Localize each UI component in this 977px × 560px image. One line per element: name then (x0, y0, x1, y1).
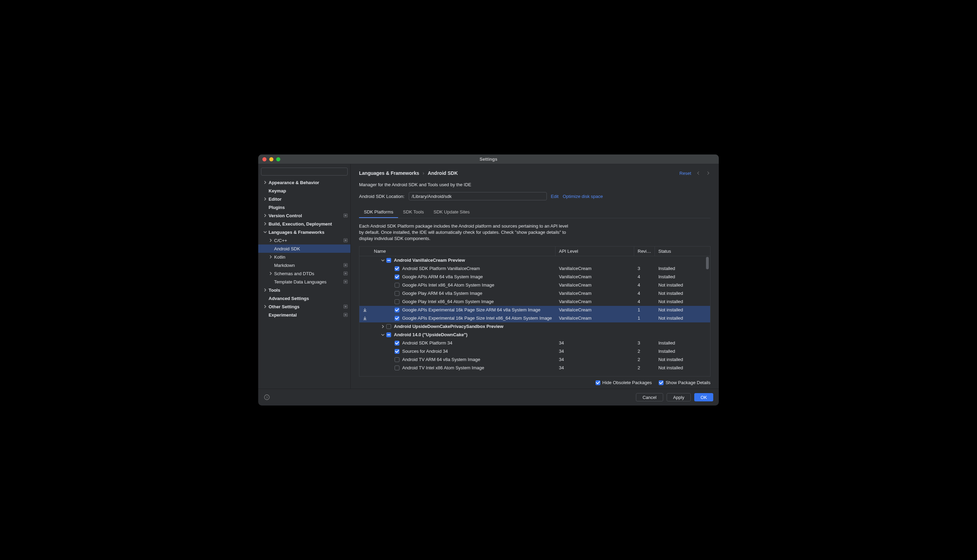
row-api-level: VanillaIceCream (555, 307, 634, 312)
sidebar-item[interactable]: Advanced Settings (258, 294, 350, 302)
row-status: Not installed (655, 282, 710, 288)
header-name[interactable]: Name (370, 247, 555, 256)
edit-link[interactable]: Edit (551, 194, 559, 199)
row-name: Android TV ARM 64 v8a System Image (402, 357, 480, 362)
search-input[interactable] (261, 168, 348, 175)
row-checkbox[interactable] (395, 341, 400, 345)
hide-obsolete-checkbox[interactable]: Hide Obsolete Packages (596, 380, 652, 385)
sidebar-item[interactable]: Tools (258, 286, 350, 294)
sidebar-item[interactable]: Schemas and DTDs (258, 269, 350, 278)
table-row[interactable]: Android UpsideDownCakePrivacySandbox Pre… (360, 322, 710, 331)
row-revision: 4 (634, 274, 655, 279)
nav-forward-icon[interactable] (706, 171, 711, 175)
chevron-down-icon[interactable] (381, 333, 385, 337)
row-checkbox[interactable] (395, 266, 400, 271)
sidebar-item[interactable]: Editor (258, 195, 350, 203)
sidebar-item-label: Experimental (269, 312, 343, 318)
chevron-right-icon (269, 255, 273, 259)
sidebar-item[interactable]: Kotlin (258, 253, 350, 261)
window-body: Appearance & BehaviorKeymapEditorPlugins… (258, 164, 719, 388)
sidebar-item[interactable]: Experimental (258, 311, 350, 319)
chevron-down-icon (263, 230, 267, 234)
close-icon[interactable] (263, 157, 266, 162)
sidebar-item-label: Other Settings (269, 304, 343, 309)
row-checkbox[interactable] (395, 299, 400, 304)
header-revision[interactable]: Revi… (634, 247, 655, 256)
row-status: Not installed (655, 365, 710, 370)
sidebar-item[interactable]: Languages & Frameworks (258, 228, 350, 236)
settings-tree[interactable]: Appearance & BehaviorKeymapEditorPlugins… (258, 178, 350, 388)
row-checkbox[interactable] (386, 258, 391, 263)
table-row[interactable]: Google Play Intel x86_64 Atom System Ima… (360, 298, 710, 306)
row-checkbox[interactable] (386, 324, 391, 329)
table-row[interactable]: Android SDK Platform VanillaIceCreamVani… (360, 265, 710, 273)
table-row[interactable]: Android TV ARM 64 v8a System Image342Not… (360, 355, 710, 364)
sidebar-item[interactable]: Markdown (258, 261, 350, 269)
sidebar-item-label: Build, Execution, Deployment (269, 222, 348, 227)
table-row[interactable]: Google Play ARM 64 v8a System ImageVanil… (360, 289, 710, 298)
zoom-icon[interactable] (276, 157, 280, 162)
row-checkbox[interactable] (386, 332, 391, 337)
tab[interactable]: SDK Tools (398, 207, 428, 218)
table-row[interactable]: Google APIs Intel x86_64 Atom System Ima… (360, 281, 710, 289)
row-status: Not installed (655, 357, 710, 362)
row-checkbox[interactable] (395, 365, 400, 370)
apply-button[interactable]: Apply (667, 393, 691, 402)
chevron-right-icon (263, 180, 267, 185)
tab[interactable]: SDK Update Sites (429, 207, 475, 218)
table-row[interactable]: Android 14.0 ("UpsideDownCake") (360, 331, 710, 339)
table-row[interactable]: Google APIs ARM 64 v8a System ImageVanil… (360, 273, 710, 281)
optimize-link[interactable]: Optimize disk space (563, 194, 603, 199)
table-row[interactable]: Android TV Intel x86 Atom System Image34… (360, 364, 710, 372)
minimize-icon[interactable] (269, 157, 273, 162)
sidebar-item[interactable]: Android SDK (258, 245, 350, 253)
row-name: Android 14.0 ("UpsideDownCake") (394, 332, 467, 337)
row-name: Google APIs Intel x86_64 Atom System Ima… (402, 282, 494, 288)
ok-button[interactable]: OK (694, 393, 713, 402)
row-checkbox[interactable] (395, 275, 400, 279)
sdk-location-field[interactable]: /Library/Android/sdk (409, 192, 547, 200)
tab[interactable]: SDK Platforms (359, 207, 398, 218)
row-revision: 2 (634, 348, 655, 354)
scrollbar[interactable] (705, 257, 709, 375)
sidebar-item[interactable]: Appearance & Behavior (258, 178, 350, 187)
scrollbar-thumb[interactable] (706, 257, 709, 269)
row-checkbox[interactable] (395, 308, 400, 312)
table-row[interactable]: Sources for Android 34342Installed (360, 347, 710, 355)
sidebar-item[interactable]: Template Data Languages (258, 278, 350, 286)
row-checkbox[interactable] (395, 283, 400, 288)
cancel-button[interactable]: Cancel (636, 393, 663, 402)
sidebar-item[interactable]: Plugins (258, 203, 350, 212)
table-row[interactable]: Google APIs Experimental 16k Page Size A… (360, 306, 710, 314)
svg-text:?: ? (266, 395, 268, 399)
help-icon[interactable]: ? (264, 394, 270, 400)
sidebar-item[interactable]: Keymap (258, 187, 350, 195)
row-name: Google Play Intel x86_64 Atom System Ima… (402, 299, 494, 304)
reset-link[interactable]: Reset (679, 171, 691, 176)
row-checkbox[interactable] (395, 316, 400, 321)
row-revision: 4 (634, 282, 655, 288)
row-api-level: VanillaIceCream (555, 282, 634, 288)
table-row[interactable]: Android SDK Platform 34343Installed (360, 339, 710, 347)
sidebar-item[interactable]: Other Settings (258, 302, 350, 311)
show-package-details-checkbox[interactable]: Show Package Details (659, 380, 711, 385)
table-row[interactable]: Google APIs Experimental 16k Page Size I… (360, 314, 710, 322)
row-checkbox[interactable] (395, 291, 400, 296)
chevron-right-icon[interactable] (381, 325, 385, 328)
sidebar-item[interactable]: Version Control (258, 212, 350, 220)
chevron-down-icon[interactable] (381, 258, 385, 262)
row-checkbox[interactable] (395, 349, 400, 354)
header-status[interactable]: Status (655, 247, 710, 256)
sidebar-item[interactable]: Build, Execution, Deployment (258, 220, 350, 228)
sdk-location-label: Android SDK Location: (359, 194, 405, 199)
row-name: Android SDK Platform 34 (402, 340, 452, 345)
nav-back-icon[interactable] (696, 171, 701, 175)
breadcrumb-item[interactable]: Languages & Frameworks (359, 170, 419, 176)
sdk-table-scroll[interactable]: Name API Level Revi… Status Android Vani… (360, 247, 710, 376)
table-row[interactable]: Android VanillaIceCream Preview (360, 256, 710, 265)
chevron-right-icon (263, 305, 267, 308)
row-checkbox[interactable] (395, 357, 400, 362)
sidebar-item[interactable]: C/C++ (258, 236, 350, 245)
header-api-level[interactable]: API Level (555, 247, 634, 256)
row-status: Installed (655, 266, 710, 271)
